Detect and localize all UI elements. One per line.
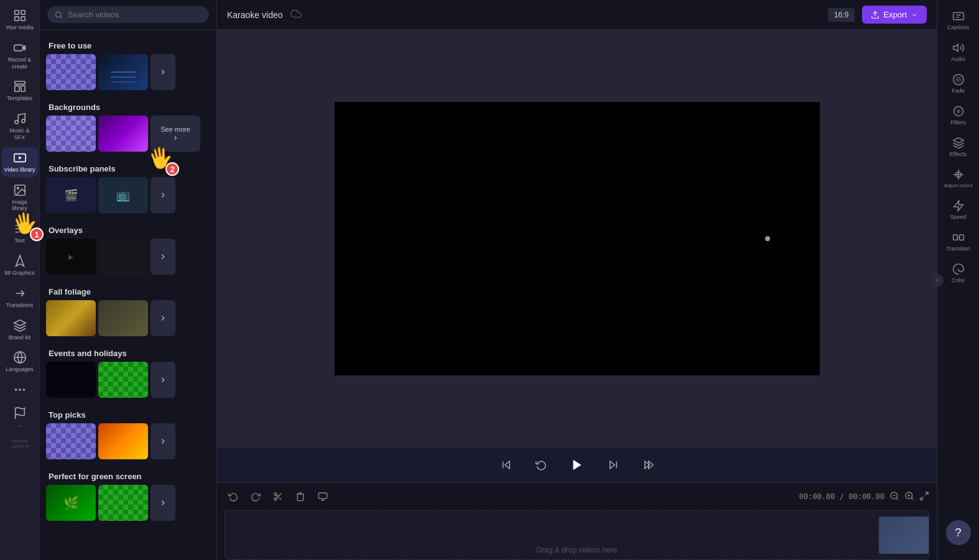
svg-rect-1 [21,11,24,14]
svg-rect-6 [14,81,25,85]
video-thumb[interactable] [46,116,96,152]
video-thumb[interactable] [98,239,148,275]
section-title-top-picks: Top picks [40,404,216,423]
sidebar-item-record[interactable]: Record & create [2,37,38,74]
video-thumb[interactable] [98,54,148,90]
svg-marker-23 [504,461,509,469]
right-panel-effects[interactable]: Effects [940,132,977,162]
help-button[interactable]: ? [946,520,971,545]
section-title-free-to-use: Free to use [40,35,216,54]
sidebar-item-more[interactable] [2,379,38,400]
right-panel-captions[interactable]: Captions [940,5,977,35]
delete-button[interactable] [292,488,309,505]
free-to-use-grid [40,54,216,96]
right-panel-filters[interactable]: Filters [940,100,977,131]
video-thumb[interactable]: ▶ [46,239,96,275]
video-canvas[interactable] [335,102,820,375]
svg-rect-4 [14,45,22,50]
forward-button[interactable] [603,455,623,475]
aspect-ratio-badge: 16:9 [828,8,855,22]
redo-button[interactable] [247,488,264,505]
right-panel-fade[interactable]: Fade [940,68,977,99]
sidebar-item-video-library[interactable]: Video library [2,147,38,177]
right-panel-color[interactable]: Color [940,258,977,288]
video-thumb[interactable]: 🎬 [46,177,96,213]
zoom-in-button[interactable] [904,491,914,503]
add-to-timeline-button[interactable] [314,488,332,505]
video-library-panel: Free to use Backgrounds S [40,0,217,560]
svg-point-16 [14,388,17,391]
green-screen-next-btn[interactable] [151,485,175,521]
video-thumb[interactable] [46,300,96,336]
sidebar-item-image-library[interactable]: Image library [2,180,38,216]
section-title-overlays: Overlays [40,219,216,239]
svg-line-39 [896,498,898,500]
sidebar-label-image-library: Image library [4,199,35,213]
svg-rect-53 [953,235,957,240]
right-panel-speed[interactable]: Speed [940,195,977,225]
export-icon [871,11,879,19]
video-thumb[interactable] [46,362,96,398]
events-next-btn[interactable] [151,362,175,398]
sidebar-item-languages[interactable]: Languages [2,347,38,377]
svg-marker-48 [953,44,958,52]
cloud-save-icon [290,8,302,22]
undo-button[interactable] [225,488,242,505]
subscribe-next-btn[interactable] [151,177,175,213]
timeline-clip[interactable] [879,516,929,554]
video-thumb[interactable] [98,116,148,152]
overlays-next-btn[interactable] [151,239,175,275]
cut-button[interactable] [269,488,287,505]
right-panel-transition[interactable]: Transition [940,226,977,257]
sidebar-label-text: Text [14,237,25,244]
fall-foliage-next-btn[interactable] [151,300,175,336]
search-input[interactable] [68,10,202,19]
video-thumb[interactable] [98,362,148,398]
fade-label: Fade [952,88,965,94]
expand-timeline-button[interactable] [919,491,929,503]
video-thumb[interactable]: 🌿 [46,485,96,521]
timeline-track[interactable]: Drag & drop videos here [225,510,929,560]
video-thumb[interactable]: 📺 [98,177,148,213]
zoom-out-button[interactable] [889,491,899,503]
video-thumb[interactable] [98,423,148,459]
right-panel-adjust-colors[interactable]: Adjust colors [940,163,977,193]
collapse-sidebar-button[interactable]: › [931,274,944,287]
sidebar-item-your-media[interactable]: Your media [2,5,38,35]
video-thumb[interactable] [98,300,148,336]
svg-line-45 [925,492,928,495]
search-icon [55,11,63,19]
right-panel-audio[interactable]: Audio [940,37,977,67]
sidebar-label-brand: Brand kit [9,334,31,341]
sidebar-item-text[interactable]: Text [2,218,38,248]
sidebar-item-transitions[interactable]: Transitions [2,283,38,313]
sidebar-item-graphics[interactable]: 88 Graphics [2,250,38,280]
video-thumb[interactable] [46,54,96,90]
overlays-grid: ▶ [40,239,216,281]
sidebar-item-feature-flags[interactable]: ... [2,403,38,432]
sidebar-item-brand[interactable]: Brand kit [2,315,38,345]
captions-label: Captions [947,24,970,30]
play-pause-button[interactable] [566,454,588,476]
export-label: Export [883,10,907,19]
section-title-fall-foliage: Fall foliage [40,281,216,300]
section-title-subscribe: Subscribe panels [40,158,216,177]
skip-forward-button[interactable] [638,455,658,475]
free-to-use-next-btn[interactable] [151,54,175,90]
export-button[interactable]: Export [862,6,927,24]
sidebar-item-templates[interactable]: Templates [2,76,38,106]
audio-label: Audio [951,56,965,62]
skip-back-button[interactable] [496,455,516,475]
subscribe-grid: 🎬 📺 [40,177,216,219]
video-thumb[interactable] [46,423,96,459]
canvas-area [217,30,937,448]
svg-point-50 [955,77,960,82]
svg-rect-47 [953,12,963,20]
sidebar-item-music[interactable]: Music & SFX [2,108,38,145]
section-title-green-screen: Perfect for green screen [40,466,216,485]
rewind-button[interactable] [531,455,551,475]
backgrounds-see-more-btn[interactable]: See more [151,116,200,152]
top-picks-next-btn[interactable] [151,423,175,459]
video-thumb[interactable] [98,485,148,521]
svg-rect-0 [14,11,18,14]
